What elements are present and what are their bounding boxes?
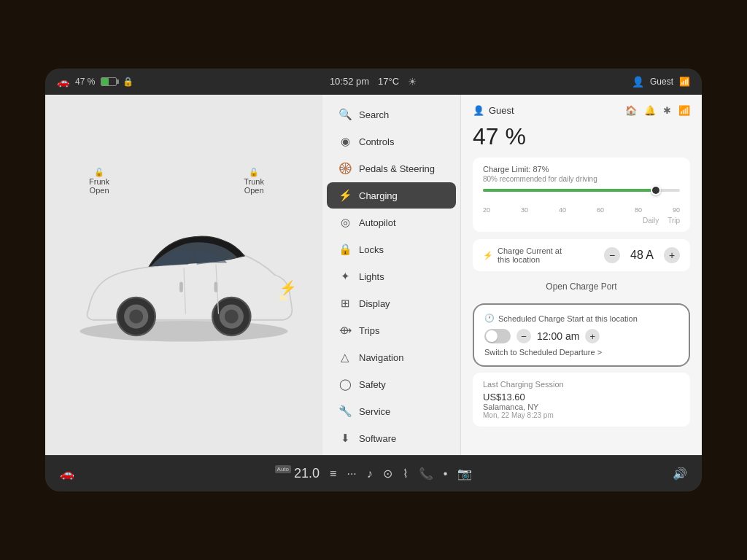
user-name: 👤 Guest bbox=[473, 105, 514, 116]
status-right: 👤 Guest 📶 bbox=[426, 76, 690, 88]
menu-item-pedals[interactable]: 🛞 Pedals & Steering bbox=[327, 155, 456, 182]
menu-item-charging[interactable]: ⚡ Charging bbox=[327, 182, 456, 209]
open-charge-port-button[interactable]: Open Charge Port bbox=[473, 277, 690, 296]
last-session-cost: US$13.60 bbox=[483, 392, 680, 402]
taskbar-camera-icon[interactable]: 📷 bbox=[457, 467, 472, 481]
controls-icon: ◉ bbox=[338, 135, 352, 148]
user-person-icon: 👤 bbox=[473, 105, 484, 116]
display-icon: ⊞ bbox=[338, 297, 352, 310]
menu-item-software[interactable]: ⬇ Software bbox=[327, 425, 456, 451]
taskbar-center: Auto 21.0 ≡ ··· ♪ ⊙ ⌇ 📞 • 📷 bbox=[275, 465, 473, 482]
trunk-label: 🔓 Trunk Open bbox=[244, 168, 264, 195]
status-temp: 17°C bbox=[378, 76, 399, 87]
search-icon: 🔍 bbox=[338, 108, 352, 121]
taskbar-music-icon[interactable]: ♪ bbox=[367, 467, 373, 481]
bluetooth-icon[interactable]: ✱ bbox=[663, 105, 671, 116]
svg-text:⚡: ⚡ bbox=[279, 279, 297, 296]
user-icons: 🏠 🔔 ✱ 📶 bbox=[625, 105, 690, 116]
taskbar-car-icon[interactable]: 🚗 bbox=[60, 467, 74, 481]
taskbar-controls-icon[interactable]: ≡ bbox=[330, 467, 336, 481]
scheduled-controls: − 12:00 am + bbox=[484, 329, 678, 343]
taskbar-volume-icon[interactable]: 🔊 bbox=[673, 467, 687, 481]
slider-fill bbox=[483, 189, 654, 192]
charging-panel: 👤 Guest 🏠 🔔 ✱ 📶 47 % Charge Limit: 87% bbox=[461, 95, 702, 455]
last-session-title: Last Charging Session bbox=[483, 380, 680, 389]
taskbar-phone-icon[interactable]: 📞 bbox=[419, 467, 433, 481]
menu-item-display[interactable]: ⊞ Display bbox=[327, 290, 456, 316]
taskbar-dot-icon[interactable]: • bbox=[444, 467, 448, 481]
switch-departure-button[interactable]: Switch to Scheduled Departure > bbox=[484, 348, 678, 357]
slider-thumb[interactable] bbox=[651, 185, 661, 195]
trips-icon: ⟴ bbox=[338, 324, 352, 337]
svg-point-0 bbox=[80, 321, 288, 342]
pedals-icon: 🛞 bbox=[338, 162, 352, 175]
sun-icon: ☀ bbox=[408, 76, 417, 88]
software-icon: ⬇ bbox=[338, 432, 352, 445]
user-header: 👤 Guest 🏠 🔔 ✱ 📶 bbox=[473, 105, 690, 116]
autopilot-icon: ◎ bbox=[338, 216, 352, 229]
menu-item-lights[interactable]: ✦ Lights bbox=[327, 263, 456, 289]
slider-mode-labels: Daily Trip bbox=[483, 217, 680, 225]
wifi-icon: 📶 bbox=[679, 77, 690, 87]
wifi-icon2[interactable]: 📶 bbox=[678, 105, 690, 116]
amperage-value: 48 A bbox=[627, 249, 657, 262]
speed-display: Auto 21.0 bbox=[275, 465, 320, 482]
status-center: 10:52 pm 17°C ☀ bbox=[330, 76, 417, 88]
taskbar-right: 🔊 bbox=[673, 467, 687, 481]
bell-icon[interactable]: 🔔 bbox=[644, 105, 656, 116]
status-left: 🚗 47 % 🔒 bbox=[57, 76, 321, 88]
scheduled-section: 🕐 Scheduled Charge Start at this locatio… bbox=[473, 303, 690, 367]
frunk-lock-icon: 🔓 bbox=[94, 168, 104, 176]
auto-badge: Auto bbox=[275, 465, 291, 473]
decrease-current-button[interactable]: − bbox=[604, 247, 620, 263]
scheduled-title: 🕐 Scheduled Charge Start at this locatio… bbox=[484, 314, 678, 323]
menu-item-autopilot[interactable]: ◎ Autopilot bbox=[327, 209, 456, 236]
car-image: ⚡ bbox=[45, 95, 322, 455]
frunk-label: 🔓 Frunk Open bbox=[89, 168, 109, 195]
increase-current-button[interactable]: + bbox=[664, 247, 680, 263]
increase-time-button[interactable]: + bbox=[585, 329, 600, 343]
navigation-icon: △ bbox=[338, 351, 352, 364]
status-bar: 🚗 47 % 🔒 10:52 pm 17°C ☀ 👤 Guest 📶 bbox=[45, 69, 702, 95]
menu-item-navigation[interactable]: △ Navigation bbox=[327, 344, 456, 370]
menu-item-locks[interactable]: 🔒 Locks bbox=[327, 236, 456, 262]
locks-icon: 🔒 bbox=[338, 243, 352, 256]
charge-slider-container[interactable] bbox=[483, 189, 680, 203]
slider-labels: 20 30 40 60 80 90 bbox=[483, 206, 680, 214]
battery-fill bbox=[101, 78, 108, 85]
menu-item-service[interactable]: 🔧 Service bbox=[327, 398, 456, 424]
charging-icon: ⚡ bbox=[338, 189, 352, 202]
taskbar-more-icon[interactable]: ··· bbox=[347, 467, 356, 481]
taskbar: 🚗 Auto 21.0 ≡ ··· ♪ ⊙ ⌇ 📞 • 📷 🔊 bbox=[45, 455, 702, 491]
decrease-time-button[interactable]: − bbox=[516, 329, 531, 343]
svg-rect-9 bbox=[179, 282, 183, 292]
scheduled-toggle[interactable] bbox=[484, 329, 511, 343]
charge-limit-subtitle: 80% recommended for daily driving bbox=[483, 175, 680, 183]
last-session-section: Last Charging Session US$13.60 Salamanca… bbox=[473, 373, 690, 427]
menu-item-trips[interactable]: ⟴ Trips bbox=[327, 317, 456, 343]
safety-icon: ◯ bbox=[338, 378, 352, 391]
charge-current-icon: ⚡ bbox=[483, 251, 493, 260]
clock-icon: 🕐 bbox=[484, 314, 495, 323]
menu-item-search[interactable]: 🔍 Search bbox=[327, 101, 456, 128]
home-icon[interactable]: 🏠 bbox=[625, 105, 637, 116]
charge-current-label: ⚡ Charge Current atthis location bbox=[483, 246, 562, 264]
car-panel: 🔓 Frunk Open 🔓 Trunk Open bbox=[45, 95, 322, 455]
charge-current-control: − 48 A + bbox=[604, 247, 680, 263]
guest-label: Guest bbox=[650, 77, 673, 87]
speed-value: 21.0 bbox=[294, 466, 320, 481]
taskbar-steer-icon[interactable]: ⊙ bbox=[383, 467, 392, 481]
battery-icon bbox=[101, 77, 117, 86]
taskbar-wiper-icon[interactable]: ⌇ bbox=[403, 467, 409, 481]
charge-limit-title: Charge Limit: 87% bbox=[483, 165, 680, 174]
battery-percentage: 47 % bbox=[75, 77, 95, 87]
tesla-screen: 🚗 47 % 🔒 10:52 pm 17°C ☀ 👤 Guest 📶 🔓 Fru… bbox=[45, 69, 702, 491]
svg-point-6 bbox=[225, 310, 239, 324]
slider-track bbox=[483, 189, 680, 192]
car-icon: 🚗 bbox=[57, 76, 69, 88]
charge-limit-section: Charge Limit: 87% 80% recommended for da… bbox=[473, 158, 690, 232]
menu-item-controls[interactable]: ◉ Controls bbox=[327, 128, 456, 155]
lock-icon: 🔒 bbox=[123, 77, 133, 87]
menu-item-safety[interactable]: ◯ Safety bbox=[327, 371, 456, 397]
last-session-date: Mon, 22 May 8:23 pm bbox=[483, 411, 680, 419]
